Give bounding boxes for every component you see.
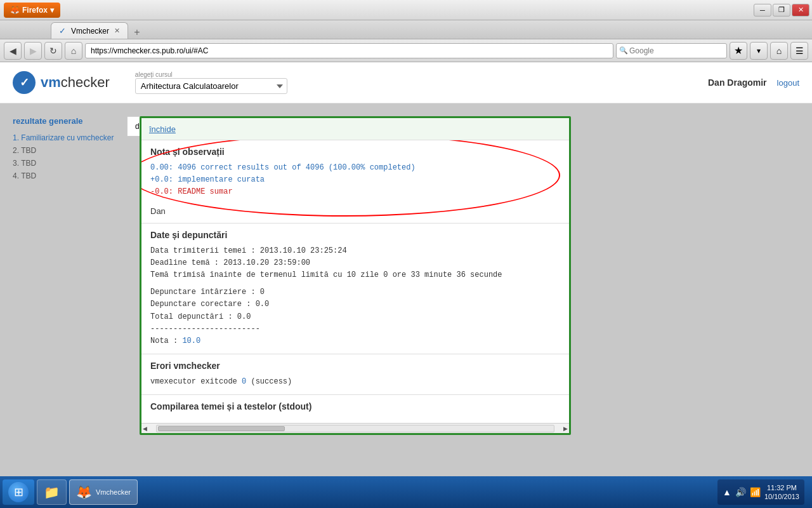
content-area: dan.drag închide Nota și observații 0.00… [127,116,799,464]
firefox-label: Firefox [22,6,48,15]
date-section: Date și depunctări Data trimiterii temei… [141,224,569,355]
tab-close-button[interactable]: ✕ [114,27,120,35]
sidebar-item-3[interactable]: 3. TBD [13,159,114,168]
logo-vm: vm [41,74,61,90]
main-content: rezultate generale 1. Familiarizare cu v… [0,104,812,476]
nota-final: Nota : 10.0 [150,335,560,347]
sidebar-label-3: 3. TBD [13,159,36,168]
logo-checker: checker [61,74,110,90]
taskbar-item-firefox[interactable]: 🦊 Vmchecker [69,479,138,505]
system-tray: ▲ 🔊 📶 11:32 PM 10/10/2013 [717,479,804,505]
deadline-value: 2013.10.20 23:59:00 [223,258,310,267]
scroll-thumb[interactable] [158,426,285,431]
sidebar-item-1[interactable]: 1. Familiarizare cu vmchecker [13,133,114,142]
exitcode-value: 0 [242,377,246,386]
erori-content: vmexecutor exitcode 0 (success) [150,376,560,388]
logo-icon: ✓ [13,71,36,94]
course-label: alegeți cursul [135,71,287,78]
course-select[interactable]: Arhitectura Calculatoarelor [135,78,287,94]
modal-header: închide [141,118,569,140]
firefox-menu-button[interactable]: 🦊 Firefox ▾ [4,3,60,18]
scroll-track [156,425,554,432]
nota-line3: -0.0: README sumar [150,186,560,198]
user-section: Dan Dragomir logout [708,77,799,88]
search-engine-icon: 🔍 [619,46,628,55]
bookmark-list-button[interactable]: ▾ [750,42,768,60]
start-button[interactable]: ⊞ [3,479,34,505]
compilare-section-title: Compilarea temei și a testelor (stdout) [150,401,560,411]
taskbar-firefox-label: Vmchecker [96,488,131,496]
logout-button[interactable]: logout [777,78,799,88]
taskbar: ⊞ 📁 🦊 Vmchecker ▲ 🔊 📶 11:32 PM 10/10/201… [0,476,812,508]
dep-intarziere: Depunctare întârziere : 0 [150,286,560,298]
modal-container: închide Nota și observații 0.00: 4096 co… [140,116,571,435]
nota-line1: 0.00: 4096 correct results out of 4096 (… [150,162,560,174]
app-header: ✓ vmchecker alegeți cursul Arhitectura C… [0,62,812,104]
date-section-title: Date și depunctări [150,230,560,240]
tab-favicon: ✓ [59,26,66,36]
dep-intarziere-value: 0 [260,288,265,297]
tab-bar: ✓ Vmchecker ✕ + [0,20,812,39]
total-dep: Total depunctări : 0.0 [150,311,560,323]
firefox-taskbar-icon: 🦊 [76,485,92,500]
refresh-button[interactable]: ↻ [44,42,62,60]
network-tray-icon: ▲ [723,487,731,497]
nota-section-title: Nota și observații [150,147,560,157]
erori-line1: vmexecutor exitcode [150,377,237,386]
home-button[interactable]: ⌂ [65,42,82,60]
erori-suffix: (success) [251,377,292,386]
horizontal-scrollbar[interactable]: ◀ ▶ [141,423,569,433]
active-tab[interactable]: ✓ Vmchecker ✕ [51,22,128,39]
back-button[interactable]: ◀ [4,42,22,60]
search-input[interactable] [629,46,693,55]
explorer-icon: 📁 [44,485,60,500]
date-content: Data trimiterii temei : 2013.10.10 23:25… [150,245,560,348]
menu-button[interactable]: ☰ [790,42,808,60]
nota-final-value: 10.0 [182,337,200,345]
nota-author: Dan [150,205,560,217]
erori-section: Erori vmchecker vmexecutor exitcode 0 (s… [141,354,569,395]
separator: ------------------------ [150,323,560,335]
maximize-button[interactable]: ❐ [773,4,790,17]
close-button[interactable]: ✕ [792,4,809,17]
dep-corectare-value: 0.0 [256,300,270,309]
modal-close-link[interactable]: închide [149,124,176,134]
forward-button[interactable]: ▶ [24,42,42,60]
tema-trimisa: Temă trimisă înainte de termenul limită … [150,269,560,281]
nota-final-label: Nota : [150,337,178,345]
total-dep-label: Total depunctări : [150,312,233,321]
sidebar-label-2: 2. TBD [13,146,36,155]
date-trimiterii: Data trimiterii temei : 2013.10.10 23:25… [150,245,560,257]
new-tab-button[interactable]: + [131,26,143,39]
nota-section: Nota și observații 0.00: 4096 correct re… [141,140,569,224]
sidebar-item-2[interactable]: 2. TBD [13,146,114,155]
nota-line2: +0.0: implementare curata [150,174,560,186]
minimize-button[interactable]: ─ [754,4,771,17]
taskbar-item-explorer[interactable]: 📁 [37,479,67,505]
windows-orb: ⊞ [8,482,29,502]
clock-date: 10/10/2013 [764,492,799,501]
nota-content: 0.00: 4096 correct results out of 4096 (… [150,162,560,199]
user-name: Dan Dragomir [708,77,767,88]
taskbar-right: ▲ 🔊 📶 11:32 PM 10/10/2013 [717,479,809,505]
erori-section-title: Erori vmchecker [150,361,560,371]
firefox-icon: 🦊 [10,6,20,15]
scroll-left-arrow[interactable]: ◀ [143,425,147,432]
logo-text: vmchecker [41,74,110,91]
sidebar-link-1[interactable]: 1. Familiarizare cu vmchecker [13,133,114,142]
bookmark-star-button[interactable]: ★ [730,42,747,60]
tab-title: Vmchecker [71,27,109,36]
author-name: Dan [150,206,166,216]
home-toolbar-button[interactable]: ⌂ [770,42,788,60]
volume-tray-icon: 🔊 [735,487,746,497]
sidebar-label-4: 4. TBD [13,171,36,180]
sidebar-title: rezultate generale [13,116,114,126]
modal-body[interactable]: Nota și observații 0.00: 4096 correct re… [141,140,569,423]
course-selector: alegeți cursul Arhitectura Calculatoarel… [135,71,287,94]
toolbar-icons: ★ ▾ ⌂ ☰ [730,42,808,60]
sidebar-item-4[interactable]: 4. TBD [13,171,114,180]
scroll-right-arrow[interactable]: ▶ [563,425,568,432]
address-input[interactable] [85,43,613,58]
clock-time: 11:32 PM [767,483,797,492]
deadline-label: Deadline temă : [150,258,219,267]
